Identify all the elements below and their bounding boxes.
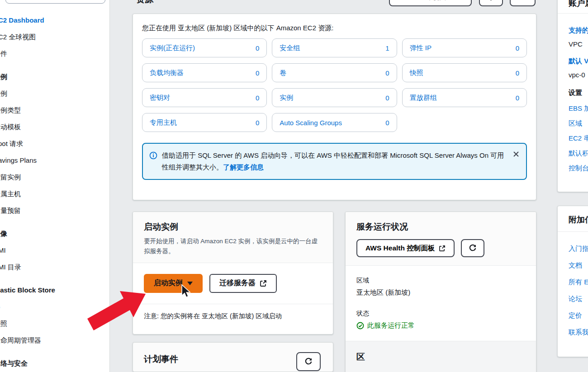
aws-health-dashboard-button[interactable]: AWS Health 控制面板 <box>356 239 455 257</box>
resource-label: 安全组 <box>280 44 300 52</box>
account-settings-link[interactable]: EBS 加密 <box>569 104 588 113</box>
sidebar-nav: EC2 Dashboard EC2 全球视图 事件 实例 实例 实例类型 启动模… <box>0 0 110 372</box>
resource-tile[interactable]: 实例(正在运行) 0 <box>142 38 267 57</box>
supported-platforms-link[interactable]: 支持的平台 <box>569 26 588 35</box>
account-settings-link[interactable]: 默认积分规范 <box>569 148 588 158</box>
sidebar-item[interactable]: 实例类型 <box>0 105 109 122</box>
ec2-global-view-button[interactable]: EC2 全球视图 <box>389 0 472 6</box>
additional-info-link[interactable]: 论坛 <box>569 294 588 311</box>
resource-tile[interactable]: 密钥对 0 <box>142 88 267 107</box>
additional-info-title: 附加信息 <box>558 206 588 231</box>
resource-tile[interactable]: 快照 0 <box>402 63 527 82</box>
resource-tile[interactable]: 卷 0 <box>272 63 397 82</box>
account-settings-link[interactable]: 控制台实验 <box>569 163 588 173</box>
region-label: 区域 <box>356 277 525 285</box>
sidebar-item[interactable]: Spot 请求 <box>0 139 109 155</box>
resource-count: 0 <box>256 69 259 77</box>
additional-info-link[interactable]: 联系我们 <box>569 327 588 344</box>
resource-label: 置放群组 <box>410 94 437 102</box>
sidebar-item[interactable]: 事件 <box>0 49 109 66</box>
launch-card-header: 启动实例 要开始使用，请启动 Amazon EC2 实例，该实例是云中的一台虚拟… <box>133 212 333 263</box>
external-link-icon <box>260 280 267 287</box>
resource-count: 0 <box>385 94 389 102</box>
resource-label: 实例 <box>280 94 293 102</box>
resource-tile[interactable]: 专用主机 0 <box>142 113 267 132</box>
resource-label: 负载均衡器 <box>150 69 184 77</box>
resource-label: 快照 <box>410 69 423 77</box>
resource-tile[interactable]: 弹性 IP 0 <box>402 38 527 57</box>
sidebar-item[interactable]: 卷 <box>0 302 109 319</box>
sidebar-filter-box[interactable] <box>5 0 105 4</box>
events-refresh-button[interactable] <box>296 352 321 371</box>
additional-info-link[interactable]: 入门指南 <box>569 244 588 260</box>
settings-gear-button[interactable] <box>479 0 503 6</box>
sidebar-item[interactable]: 容量预留 <box>0 206 109 222</box>
account-settings-link[interactable]: 区域 <box>569 118 588 128</box>
resource-tile[interactable]: 负载均衡器 0 <box>142 63 267 82</box>
resource-tile[interactable]: 置放群组 0 <box>402 88 527 107</box>
sidebar-item[interactable]: 预留实例 <box>0 172 109 189</box>
close-icon[interactable] <box>512 151 520 158</box>
status-text: 此服务运行正常 <box>367 321 415 330</box>
resource-count: 0 <box>385 69 389 77</box>
additional-info-card: 附加信息 入门指南 文档 所有 EC2 功能 论坛 定价 联系我们 <box>557 206 588 357</box>
additional-info-links: 入门指南 文档 所有 EC2 功能 论坛 定价 联系我们 <box>558 232 588 344</box>
chevron-down-icon <box>187 282 193 285</box>
resource-tile[interactable]: 安全组 1 <box>272 38 397 57</box>
refresh-icon <box>304 358 313 366</box>
sidebar-item[interactable]: Savings Plans <box>0 155 109 172</box>
resources-intro: 您正在使用 亚太地区 (新加坡) 区域中的以下 Amazon EC2 资源: <box>142 24 527 33</box>
resource-tile[interactable]: Auto Scaling Groups 0 <box>272 113 397 132</box>
migrate-server-button[interactable]: 迁移服务器 <box>209 274 277 293</box>
account-settings-link[interactable]: EC2 串行控制台 <box>569 133 588 143</box>
additional-info-link[interactable]: 定价 <box>569 311 588 327</box>
resource-count: 0 <box>516 44 519 52</box>
sidebar-item[interactable]: AMI 目录 <box>0 262 109 279</box>
launch-region-note: 注意: 您的实例将在 亚太地区 (新加坡) 区域启动 <box>133 304 333 328</box>
resource-label: 卷 <box>280 69 286 77</box>
ec2-global-view-label: EC2 全球视图 <box>404 0 446 1</box>
sidebar-item: 实例 <box>0 72 109 89</box>
resource-count: 0 <box>385 119 389 127</box>
launch-card-title: 启动实例 <box>144 221 322 233</box>
resource-count: 0 <box>256 44 259 52</box>
health-refresh-button[interactable] <box>461 239 484 257</box>
external-link-icon <box>450 0 457 0</box>
zones-title: 区 <box>356 352 365 362</box>
sql-server-banner: 借助适用于 SQL Server 的 AWS 启动向导，可以在 AWS 中轻松配… <box>142 143 527 180</box>
default-vpc-link[interactable]: 默认 VPC <box>569 57 588 66</box>
account-attributes-card: 账户属性 支持的平台 VPC 默认 VPC vpc-0 设置 EBS 加密 区域… <box>557 0 588 192</box>
sidebar-list: EC2 Dashboard EC2 全球视图 事件 实例 实例 实例类型 启动模… <box>0 15 109 372</box>
sidebar-item[interactable]: EC2 全球视图 <box>0 32 109 49</box>
sidebar-item[interactable]: 实例 <box>0 89 109 105</box>
refresh-button[interactable] <box>510 0 536 6</box>
zones-section-header: 区 <box>346 341 536 372</box>
sidebar-item[interactable]: 启动模板 <box>0 122 109 139</box>
additional-info-link[interactable]: 文档 <box>569 260 588 277</box>
refresh-icon <box>519 0 526 1</box>
scheduled-events-title: 计划事件 <box>144 354 178 364</box>
resource-label: 弹性 IP <box>410 44 432 52</box>
learn-more-link[interactable]: 了解更多信息 <box>223 163 264 171</box>
sidebar-item[interactable]: 快照 <box>0 319 109 335</box>
additional-info-link[interactable]: 所有 EC2 功能 <box>569 277 588 294</box>
launch-instance-button[interactable]: 启动实例 <box>144 274 203 293</box>
resource-label: 实例(正在运行) <box>150 44 195 52</box>
service-health-card: 服务运行状况 AWS Health 控制面板 区域 亚太地区 (新加坡) 状态 <box>345 212 536 372</box>
status-label: 状态 <box>356 310 525 318</box>
sidebar-item[interactable]: EC2 Dashboard <box>0 15 109 32</box>
resource-label: Auto Scaling Groups <box>280 119 342 127</box>
banner-text: 借助适用于 SQL Server 的 AWS 启动向导，可以在 AWS 中轻松配… <box>162 150 504 173</box>
sidebar-item[interactable]: 专属主机 <box>0 189 109 206</box>
sidebar-item[interactable]: AMI <box>0 245 109 262</box>
launch-buttons-row: 启动实例 迁移服务器 <box>133 263 333 304</box>
service-health-header: 服务运行状况 AWS Health 控制面板 <box>346 212 536 265</box>
sidebar-item: 网络与安全 <box>0 358 109 372</box>
supported-platforms-value: VPC <box>569 40 588 48</box>
region-value: 亚太地区 (新加坡) <box>356 288 525 297</box>
sidebar-item[interactable]: 生命周期管理器 <box>0 335 109 352</box>
service-health-title: 服务运行状况 <box>356 221 525 233</box>
account-settings-links: EBS 加密 区域 EC2 串行控制台 默认积分规范 控制台实验 <box>569 104 588 173</box>
check-circle-icon <box>356 322 364 330</box>
resource-tile[interactable]: 实例 0 <box>272 88 397 107</box>
